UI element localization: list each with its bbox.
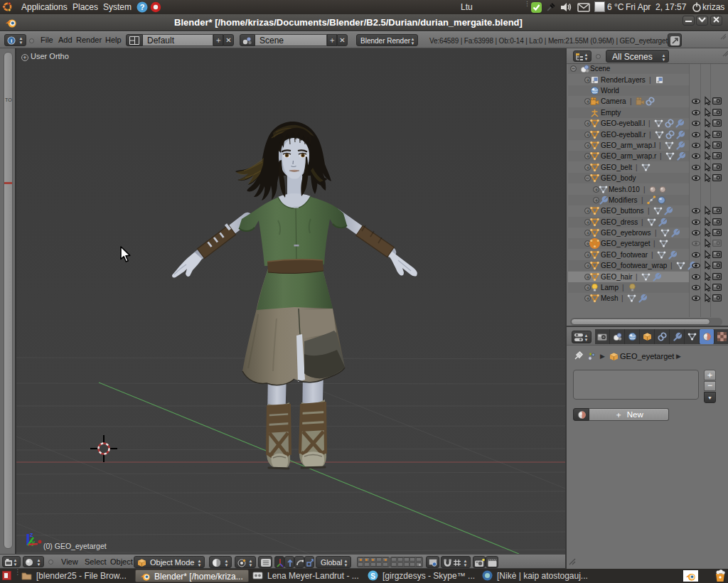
svg-text:i: i: [11, 38, 12, 44]
svg-text:S: S: [370, 572, 375, 580]
svg-text:?: ?: [140, 3, 145, 11]
